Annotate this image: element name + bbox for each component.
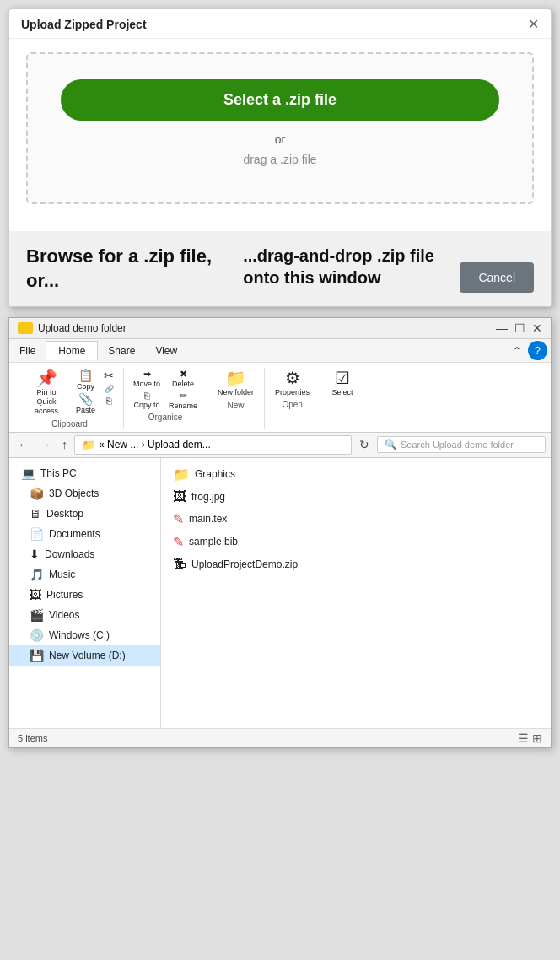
documents-label: Documents — [49, 528, 100, 540]
paste-label: Paste — [76, 406, 95, 414]
explorer-main: 💻 This PC 📦 3D Objects 🖥 Desktop 📄 Docum… — [9, 458, 551, 728]
graphics-folder-icon: 📁 — [173, 467, 190, 483]
sidebar-item-videos[interactable]: 🎬 Videos — [9, 605, 160, 625]
move-to-button[interactable]: ➡ Move to — [131, 368, 163, 389]
frog-jpg-icon: 🖼 — [173, 489, 186, 504]
file-item-frog-jpg[interactable]: 🖼 frog.jpg — [168, 486, 544, 508]
videos-icon: 🎬 — [30, 608, 44, 622]
delete-button[interactable]: ✖ Delete — [166, 368, 200, 389]
file-list: 📁 Graphics 🖼 frog.jpg ✎ main.tex ✎ sampl… — [161, 458, 551, 728]
copy-path-icon: 🔗 — [105, 385, 114, 393]
select-zip-button[interactable]: Select a .zip file — [61, 79, 499, 121]
main-tex-name: main.tex — [189, 513, 227, 525]
sidebar-item-3d-objects[interactable]: 📦 3D Objects — [9, 483, 160, 504]
annotation-area: Browse for a .zip file, or... ...drag-an… — [9, 231, 551, 306]
sidebar-item-windows-c[interactable]: 💿 Windows (C:) — [9, 625, 160, 645]
delete-icon: ✖ — [180, 369, 187, 380]
file-item-main-tex[interactable]: ✎ main.tex — [168, 508, 544, 531]
cut-button[interactable]: ✂ — [101, 368, 116, 383]
downloads-icon: ⬇ — [30, 547, 40, 561]
paste-button[interactable]: 📎 Paste — [73, 391, 98, 415]
ribbon-organise-group: ➡ Move to ⎘ Copy to ✖ Delete ✏ R — [124, 368, 207, 428]
main-tex-icon: ✎ — [173, 511, 184, 527]
window-controls: — ☐ ✕ — [496, 321, 542, 335]
search-placeholder: Search Upload demo folder — [401, 440, 514, 450]
menu-view[interactable]: View — [145, 342, 187, 360]
open-items: ⚙ Properties — [272, 368, 313, 398]
annotation-left-text: Browse for a .zip file, or... — [26, 245, 229, 293]
sidebar-item-documents[interactable]: 📄 Documents — [9, 524, 160, 544]
explorer-title-area: Upload demo folder — [18, 322, 127, 334]
folder-nav-icon: 📁 — [82, 439, 95, 451]
explorer-titlebar: Upload demo folder — ☐ ✕ — [9, 318, 551, 339]
file-explorer: Upload demo folder — ☐ ✕ File Home Share… — [8, 317, 552, 747]
chevron-up-icon[interactable]: ⌃ — [506, 342, 528, 360]
tiles-view-icon[interactable]: ⊞ — [532, 731, 542, 745]
select-button[interactable]: ☑ Select — [327, 368, 358, 398]
move-to-icon: ➡ — [143, 369, 151, 380]
pictures-icon: 🖼 — [30, 588, 41, 601]
copy-to-button[interactable]: ⎘ Copy to — [131, 390, 163, 410]
rename-button[interactable]: ✏ Rename — [166, 390, 200, 411]
refresh-button[interactable]: ↻ — [355, 436, 374, 453]
this-pc-icon: 💻 — [21, 467, 35, 480]
pin-to-quick-access-button[interactable]: 📌 Pin to Quick access — [23, 368, 70, 417]
drag-hint-text: drag a .zip file — [243, 153, 316, 166]
address-text: « New ... › Upload dem... — [99, 439, 211, 450]
videos-label: Videos — [49, 609, 79, 621]
windows-c-icon: 💿 — [30, 628, 44, 642]
copy-icon: 📋 — [78, 369, 93, 382]
details-view-icon[interactable]: ☰ — [518, 731, 529, 745]
cancel-button[interactable]: Cancel — [460, 262, 534, 293]
window-close-button[interactable]: ✕ — [532, 321, 542, 335]
sidebar-item-pictures[interactable]: 🖼 Pictures — [9, 585, 160, 605]
view-icons: ☰ ⊞ — [518, 731, 542, 745]
menu-share[interactable]: Share — [98, 342, 145, 360]
sidebar-item-this-pc[interactable]: 💻 This PC — [9, 463, 160, 483]
forward-button[interactable]: → — [36, 436, 55, 453]
paste-shortcut-button[interactable]: ⎘ — [101, 395, 116, 407]
sidebar-item-downloads[interactable]: ⬇ Downloads — [9, 544, 160, 564]
rename-label: Rename — [169, 402, 197, 410]
music-label: Music — [49, 569, 75, 580]
properties-label: Properties — [275, 388, 310, 396]
file-item-upload-project-demo-zip[interactable]: 🗜 UploadProjectDemo.zip — [168, 553, 544, 575]
3d-objects-icon: 📦 — [30, 487, 44, 500]
search-box[interactable]: 🔍 Search Upload demo folder — [377, 436, 546, 453]
maximize-button[interactable]: ☐ — [514, 321, 525, 335]
status-text: 5 items — [18, 733, 47, 743]
windows-c-label: Windows (C:) — [49, 629, 110, 641]
delete-label: Delete — [172, 380, 194, 388]
copy-label: Copy — [77, 382, 94, 391]
organise-label: Organise — [148, 413, 183, 422]
copy-path-button[interactable]: 🔗 — [101, 384, 116, 394]
3d-objects-label: 3D Objects — [49, 488, 99, 499]
minimize-button[interactable]: — — [496, 321, 508, 335]
properties-button[interactable]: ⚙ Properties — [272, 368, 313, 398]
new-label: New — [228, 401, 245, 410]
dialog-close-button[interactable]: ✕ — [528, 18, 539, 31]
sample-bib-icon: ✎ — [173, 534, 184, 550]
sidebar-item-desktop[interactable]: 🖥 Desktop — [9, 504, 160, 524]
menu-file[interactable]: File — [9, 342, 46, 360]
annotation-right-text: ...drag-and-drop .zip file onto this win… — [243, 245, 445, 289]
copy-button[interactable]: 📋 Copy — [73, 368, 98, 391]
drop-zone[interactable]: Select a .zip file or drag a .zip file — [26, 52, 534, 204]
file-item-graphics[interactable]: 📁 Graphics — [168, 463, 544, 486]
address-bar: ← → ↑ 📁 « New ... › Upload dem... ↻ 🔍 Se… — [9, 433, 551, 458]
paste-icon: 📎 — [78, 392, 93, 406]
menu-home[interactable]: Home — [46, 341, 98, 360]
address-path[interactable]: 📁 « New ... › Upload dem... — [74, 435, 352, 455]
ribbon: 📌 Pin to Quick access 📋 Copy 📎 Paste — [9, 363, 551, 432]
back-button[interactable]: ← — [14, 436, 33, 453]
downloads-label: Downloads — [45, 548, 94, 560]
help-icon[interactable]: ? — [528, 341, 547, 360]
zip-name: UploadProjectDemo.zip — [191, 558, 298, 570]
desktop-label: Desktop — [46, 508, 83, 520]
sidebar-item-music[interactable]: 🎵 Music — [9, 564, 160, 585]
new-folder-button[interactable]: 📁 New folder — [214, 368, 257, 399]
file-item-sample-bib[interactable]: ✎ sample.bib — [168, 531, 544, 553]
up-button[interactable]: ↑ — [58, 436, 71, 453]
sidebar-item-new-volume-d[interactable]: 💾 New Volume (D:) — [9, 645, 160, 666]
clipboard-items: 📌 Pin to Quick access 📋 Copy 📎 Paste — [23, 368, 116, 417]
